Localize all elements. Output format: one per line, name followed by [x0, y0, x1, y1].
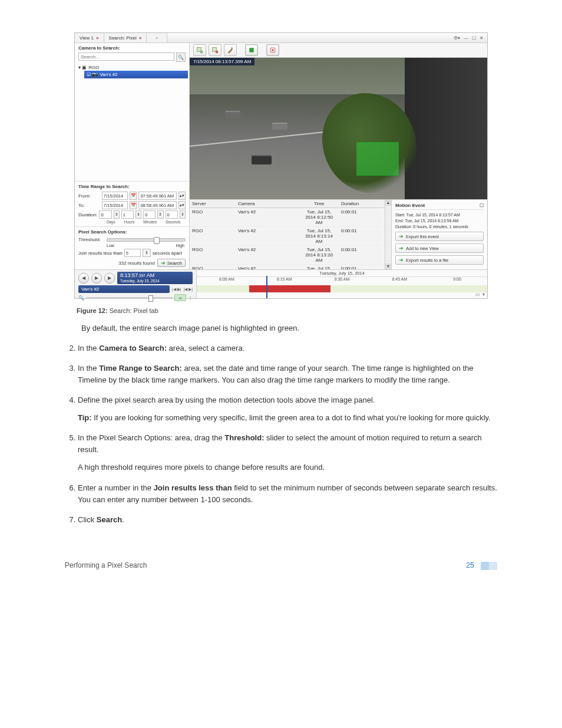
motion-selection-box[interactable]	[356, 142, 399, 176]
event-start-value: Tue, Jul 15, 2014 8:13:57 AM	[406, 213, 460, 217]
close-icon[interactable]: ×	[96, 35, 99, 41]
loop-button[interactable]: ∞	[174, 294, 186, 301]
list-item: In the Camera to Search: area, select a …	[78, 342, 497, 354]
brush-button[interactable]	[224, 44, 237, 56]
table-row[interactable]: RGOVan's #2Tue, Jul 15, 2014 8:13:45 AM0…	[190, 265, 385, 269]
clear-all-button[interactable]	[266, 44, 279, 56]
recording-band	[197, 285, 487, 292]
timeline-settings-icon[interactable]: ▾	[482, 292, 485, 297]
duration-days[interactable]: 0	[99, 210, 111, 219]
timeline-cursor[interactable]	[266, 276, 267, 298]
maximize-icon[interactable]: ☐	[472, 35, 476, 41]
search-icon[interactable]: 🔍	[176, 52, 186, 62]
col-server[interactable]: Server	[190, 200, 236, 207]
threshold-slider[interactable]	[107, 238, 186, 242]
camera-search-input[interactable]	[78, 52, 174, 61]
pixel-search-options-title: Pixel Search Options:	[78, 229, 186, 236]
close-icon[interactable]: ×	[139, 35, 142, 41]
duration-minutes[interactable]: 0	[143, 210, 156, 219]
add-tab-button[interactable]: ＋	[147, 33, 167, 42]
col-camera[interactable]: Camera	[236, 200, 299, 207]
table-row[interactable]: RGOVan's #2Tue, Jul 15, 2014 8:12:50 AM0…	[190, 208, 385, 227]
to-time-input[interactable]: 08:58:49.961 AM	[138, 201, 177, 209]
threshold-label: Threshold:	[78, 237, 104, 242]
to-date-input[interactable]: 7/15/2014	[102, 201, 128, 209]
timeline-menu-icon[interactable]: ⋮	[188, 295, 193, 301]
spinner-icon[interactable]: ⇕	[157, 210, 163, 219]
duration-seconds[interactable]: 0	[166, 210, 178, 219]
duration-hours[interactable]: 1	[121, 210, 134, 219]
timeline[interactable]: Tuesday, July 15, 2014 8:00 AM8:15 AM8:3…	[197, 270, 487, 298]
gear-icon[interactable]: ⚙▾	[454, 35, 460, 41]
list-item: Click Search.	[78, 514, 497, 526]
tree-root[interactable]: ▾ ▣ RGO	[78, 64, 186, 71]
to-label: To:	[78, 203, 100, 208]
from-label: From:	[78, 193, 100, 199]
scrollbar[interactable]: ▲ ▼	[385, 200, 391, 269]
seconds-label: Seconds	[166, 220, 180, 224]
step-back-button[interactable]: ◀	[78, 273, 89, 284]
add-to-view-button[interactable]: ➔Add to new View	[395, 243, 484, 253]
join-results-label: Join results less than	[78, 251, 123, 256]
tree-camera-selected[interactable]: ☑ 📷 Van's #2	[84, 71, 188, 78]
figure-screenshot: View 1 × Search: Pixel × ＋ ⚙▾ — ☐ ✕ Came…	[65, 32, 497, 299]
zoom-slider[interactable]	[86, 297, 173, 299]
results-found-text: 332 results found	[118, 261, 154, 266]
table-header: Server Camera Time Duration	[190, 200, 385, 208]
table-row[interactable]: RGOVan's #2Tue, Jul 15, 2014 8:13:14 AM0…	[190, 227, 385, 246]
join-results-input[interactable]: 5	[124, 249, 141, 257]
event-end-label: End:	[395, 219, 404, 223]
camera-tree: ▾ ▣ RGO ☑ 📷 Van's #2	[75, 64, 189, 78]
spinner-icon[interactable]: ⇕	[143, 249, 151, 257]
tree-root-label: RGO	[88, 65, 99, 70]
tab-search-pixel[interactable]: Search: Pixel ×	[104, 33, 147, 42]
scroll-up-icon[interactable]: ▲	[385, 200, 391, 206]
page-number: 25	[466, 561, 474, 569]
col-duration[interactable]: Duration	[339, 200, 385, 207]
page-footer: Performing a Pixel Search 25	[65, 561, 497, 570]
col-time[interactable]: Time	[299, 200, 339, 207]
motion-event-panel: Motion Event ☐ Start: Tue, Jul 15, 2014 …	[391, 200, 487, 269]
fill-all-button[interactable]	[245, 44, 258, 56]
spinner-icon[interactable]: ▴▾	[178, 201, 186, 209]
tree-camera-label: Van's #2	[100, 72, 117, 77]
time-range-title: Time Range to Search:	[78, 184, 186, 190]
export-event-button[interactable]: ➔Export this event	[395, 232, 484, 241]
video-panel[interactable]: 7/15/2014 08:13:57.399 AM	[190, 58, 487, 199]
scene-car	[225, 111, 240, 118]
arrow-right-icon: ➔	[399, 233, 404, 239]
spinner-icon[interactable]: ⇕	[180, 210, 186, 219]
minimize-icon[interactable]: —	[464, 35, 468, 41]
event-duration-label: Duration:	[395, 225, 412, 229]
duration-label: Duration:	[78, 212, 97, 218]
svg-rect-5	[249, 48, 254, 52]
panel-collapse-icon[interactable]: ☐	[480, 203, 484, 208]
tab-view1[interactable]: View 1 ×	[75, 33, 104, 42]
from-date-input[interactable]: 7/15/2014	[102, 192, 128, 200]
skip-fwd-icon[interactable]: |◀ ▶|	[183, 287, 193, 292]
spinner-icon[interactable]: ⇕	[135, 210, 141, 219]
timeline-export-icon[interactable]: ▭	[475, 292, 480, 297]
titlebar: View 1 × Search: Pixel × ＋ ⚙▾ — ☐ ✕	[75, 33, 487, 43]
event-duration-value: 0 hours, 0 minutes, 1 seconds	[413, 225, 468, 229]
draw-area-remove-button[interactable]	[209, 44, 222, 56]
calendar-icon[interactable]: 📅	[130, 201, 137, 209]
arrow-right-icon: ➔	[399, 257, 404, 263]
export-results-button[interactable]: ➔Export results to a file	[395, 255, 484, 265]
play-button[interactable]: ▶	[91, 273, 102, 284]
draw-area-add-button[interactable]	[193, 44, 206, 56]
spinner-icon[interactable]: ⇕	[114, 210, 120, 219]
minutes-label: Minutes	[143, 220, 157, 224]
calendar-icon[interactable]: 📅	[130, 192, 137, 200]
playback-controls: ◀ ▶ ▶ 8:13:57.397 AM Tuesday, July 15, 2…	[75, 270, 197, 298]
spinner-icon[interactable]: ▴▾	[178, 192, 186, 200]
scroll-down-icon[interactable]: ▼	[385, 263, 391, 269]
skip-back-icon[interactable]: |◀ ▶|	[172, 287, 181, 292]
close-window-icon[interactable]: ✕	[480, 35, 484, 41]
intro-paragraph: By default, the entire search image pane…	[81, 322, 497, 334]
list-item: Enter a number in the Join results less …	[78, 482, 497, 506]
from-time-input[interactable]: 07:58:49.961 AM	[138, 192, 177, 200]
step-forward-button[interactable]: ▶	[104, 273, 115, 284]
search-button[interactable]: ➔ Search	[157, 259, 186, 267]
table-row[interactable]: RGOVan's #2Tue, Jul 15, 2014 8:13:20 AM0…	[190, 246, 385, 265]
